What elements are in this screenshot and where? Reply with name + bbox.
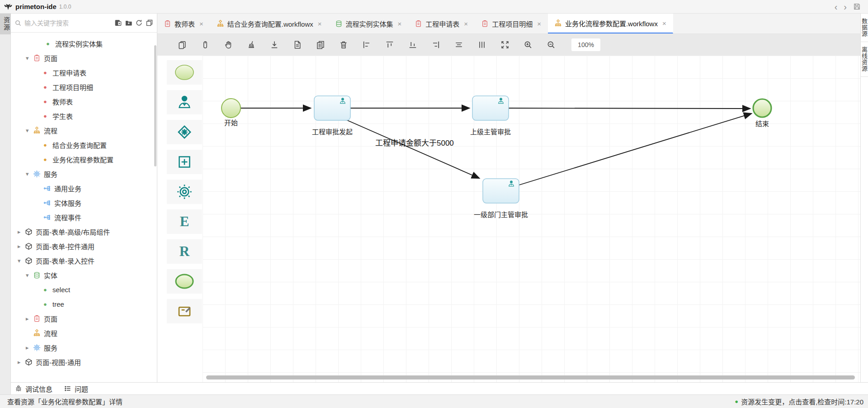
- tree-item[interactable]: ●流程实例实体集: [11, 36, 157, 51]
- new-folder-icon[interactable]: [125, 19, 132, 27]
- export-download-icon[interactable]: [270, 40, 279, 49]
- tree-item[interactable]: 实体服务: [11, 195, 157, 210]
- tab-teacher-table[interactable]: 教师表×: [157, 14, 210, 33]
- palette-annotation[interactable]: [167, 299, 202, 323]
- duplicate-icon[interactable]: [178, 40, 187, 49]
- align-center-icon[interactable]: [454, 40, 463, 49]
- distribute-vertical-icon[interactable]: [477, 40, 486, 49]
- tab-label: 工程申请表: [425, 19, 459, 28]
- copy-document-icon[interactable]: [316, 40, 325, 49]
- align-bottom-icon[interactable]: [408, 40, 417, 49]
- edge-task2-end[interactable]: [509, 108, 750, 109]
- save-icon[interactable]: [853, 3, 861, 10]
- pan-hand-icon[interactable]: [224, 40, 233, 49]
- zoom-out-icon[interactable]: [547, 40, 556, 49]
- tab-project-apply-form[interactable]: 工程申请表×: [408, 14, 475, 33]
- tree-item[interactable]: 通用业务: [11, 181, 157, 195]
- nav-forward-icon[interactable]: ›: [844, 2, 847, 11]
- tree-item[interactable]: 流程: [11, 326, 157, 340]
- tree-item[interactable]: ▾服务: [11, 166, 157, 181]
- tree-item[interactable]: ▸页面-表单-控件通用: [11, 239, 157, 253]
- caret-down-icon[interactable]: ▾: [26, 171, 33, 177]
- align-right-icon[interactable]: [431, 40, 440, 49]
- palette-user-task[interactable]: [167, 90, 202, 114]
- tab-business-process-params-workflow[interactable]: 业务化流程参数配置.workflowx×: [548, 14, 673, 33]
- tree-item[interactable]: ●工程项目明细: [11, 80, 157, 94]
- workflow-canvas[interactable]: 工程申请金额大于5000 开始 工程审批发起 上级主管审批 一级部门主管审批 结…: [203, 56, 860, 382]
- tree-item[interactable]: ▾流程: [11, 123, 157, 138]
- horizontal-scrollbar[interactable]: [206, 375, 855, 380]
- tree-item[interactable]: ●学生表: [11, 109, 157, 123]
- tab-process-instance-entity[interactable]: 流程实例实体集×: [329, 14, 409, 33]
- caret-down-icon[interactable]: ▾: [18, 257, 25, 264]
- close-icon[interactable]: ×: [318, 20, 322, 28]
- tree-item[interactable]: ●select: [11, 282, 157, 297]
- tree-item[interactable]: ▾页面: [11, 51, 157, 65]
- close-icon[interactable]: ×: [537, 20, 541, 28]
- fit-screen-icon[interactable]: [500, 40, 509, 49]
- zoom-in-icon[interactable]: [524, 40, 533, 49]
- close-icon[interactable]: ×: [662, 19, 666, 27]
- collapse-all-icon[interactable]: [146, 19, 153, 27]
- import-board-icon[interactable]: [114, 19, 122, 27]
- rail-tab-datasource[interactable]: 数据源: [861, 14, 868, 42]
- pointer-mode-icon[interactable]: [201, 40, 210, 49]
- edge-condition-label[interactable]: 工程申请金额大于5000: [375, 139, 454, 147]
- rail-tab-offline-resources[interactable]: 离线资源: [861, 42, 868, 77]
- palette-gateway[interactable]: [167, 120, 202, 144]
- node-start-event[interactable]: [222, 99, 241, 118]
- close-icon[interactable]: ×: [199, 20, 203, 28]
- edge-task1-task3[interactable]: [346, 120, 479, 178]
- palette-start-event[interactable]: [167, 60, 202, 85]
- caret-down-icon[interactable]: ▾: [26, 272, 33, 279]
- tree-item[interactable]: ●工程申请表: [11, 65, 157, 80]
- close-icon[interactable]: ×: [464, 20, 468, 28]
- zoom-level-input[interactable]: [571, 38, 600, 51]
- problems-tab[interactable]: 问题: [64, 384, 88, 394]
- clear-broom-icon[interactable]: [247, 40, 256, 49]
- document-icon[interactable]: [293, 40, 302, 49]
- tab-combined-query-workflow[interactable]: 结合业务查询配置.workflowx×: [210, 14, 329, 33]
- palette-resource-r[interactable]: R: [167, 239, 202, 264]
- tree-item[interactable]: ▸服务: [11, 340, 157, 355]
- tree-item[interactable]: ●tree: [11, 297, 157, 311]
- tree-item[interactable]: ▸页面-表单-高级/布局组件: [11, 224, 157, 239]
- node-end-event[interactable]: [753, 99, 771, 117]
- caret-right-icon[interactable]: ▸: [26, 315, 33, 322]
- align-left-icon[interactable]: [362, 40, 371, 49]
- search-input[interactable]: [24, 19, 112, 27]
- nav-back-icon[interactable]: ‹: [835, 2, 838, 11]
- palette-end-event[interactable]: [167, 269, 202, 294]
- tab-project-detail[interactable]: 工程项目明细×: [475, 14, 548, 33]
- tree-item[interactable]: 流程事件: [11, 210, 157, 224]
- tree-item[interactable]: ▾页面-表单-录入控件: [11, 253, 157, 268]
- tree-item[interactable]: ●结合业务查询配置: [11, 138, 157, 152]
- tree-item[interactable]: ▸页面: [11, 311, 157, 326]
- caret-right-icon[interactable]: ▸: [18, 228, 25, 235]
- status-change-notice[interactable]: ● 资源发生变更，点击查看,检查时间:17:20: [735, 397, 863, 406]
- edge-task3-end[interactable]: [519, 114, 751, 185]
- rail-tab-resources[interactable]: 资源: [0, 14, 11, 34]
- tree-scrollbar[interactable]: [154, 45, 156, 166]
- palette-service-task[interactable]: [167, 180, 202, 204]
- palette-subprocess[interactable]: [167, 150, 202, 174]
- caret-down-icon[interactable]: ▾: [26, 127, 33, 134]
- refresh-icon[interactable]: [135, 19, 143, 27]
- tree-item[interactable]: ●教师表: [11, 94, 157, 109]
- debug-info-tab[interactable]: 调试信息: [15, 384, 52, 394]
- node-user-task-2[interactable]: 上级主管审批: [470, 96, 511, 136]
- tree-item[interactable]: ▾实体: [11, 268, 157, 282]
- tree-item[interactable]: ●业务化流程参数配置: [11, 152, 157, 166]
- caret-down-icon[interactable]: ▾: [26, 55, 33, 62]
- caret-right-icon[interactable]: ▸: [18, 243, 25, 250]
- palette-entity-e[interactable]: E: [167, 209, 202, 234]
- close-icon[interactable]: ×: [398, 20, 402, 28]
- align-top-icon[interactable]: [385, 40, 394, 49]
- service-node-icon: [43, 213, 51, 221]
- caret-right-icon[interactable]: ▸: [26, 344, 33, 351]
- status-resource-detail[interactable]: 查看资源「业务化流程参数配置」详情: [7, 397, 123, 406]
- caret-right-icon[interactable]: ▸: [18, 359, 25, 365]
- node-user-task-1[interactable]: 工程审批发起: [312, 96, 353, 136]
- tree-item[interactable]: ▸页面-视图-通用: [11, 355, 157, 369]
- delete-trash-icon[interactable]: [339, 40, 348, 49]
